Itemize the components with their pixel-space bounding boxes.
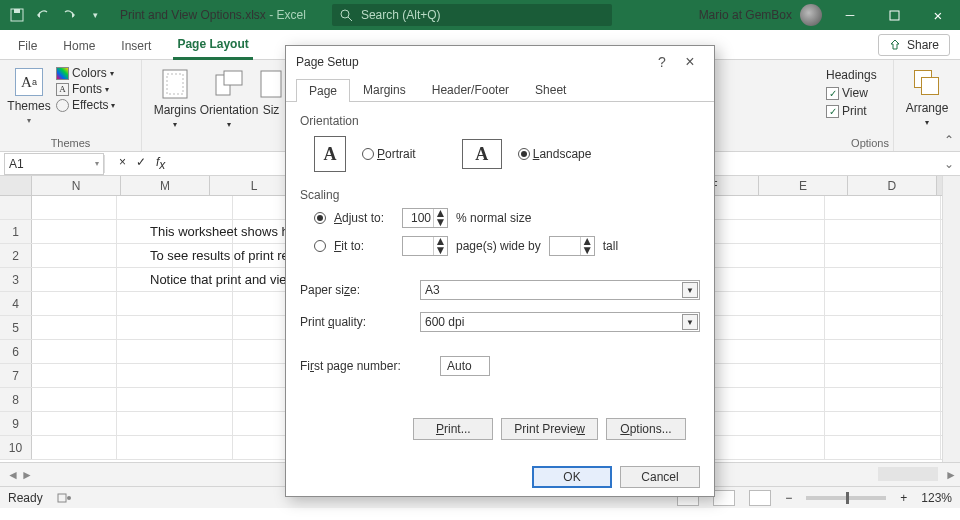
name-box[interactable]: A1▾ [4,153,104,175]
cancel-formula-icon[interactable]: × [119,155,126,172]
dialog-tab-header-footer[interactable]: Header/Footer [419,78,522,101]
row-header[interactable]: 7 [0,364,32,387]
redo-icon[interactable] [56,0,82,30]
col-header[interactable]: E [759,176,848,195]
colors-icon [56,67,69,80]
dialog-tab-page[interactable]: Page [296,79,350,102]
themes-button[interactable]: Aa Themes ▾ [6,64,52,125]
sheet-scroll-right[interactable]: ► [942,466,960,484]
tab-page-layout[interactable]: Page Layout [173,31,252,60]
save-icon[interactable] [4,0,30,30]
col-header[interactable]: M [121,176,210,195]
landscape-icon: A [462,139,502,169]
undo-icon[interactable] [30,0,56,30]
dialog-tab-sheet[interactable]: Sheet [522,78,579,101]
arrange-button[interactable]: Arrange▾ [900,64,954,127]
row-header[interactable]: 4 [0,292,32,315]
search-box[interactable]: Search (Alt+Q) [332,4,612,26]
zoom-out-button[interactable]: − [785,491,792,505]
portrait-radio[interactable]: Portrait [362,147,416,161]
close-button[interactable]: × [916,0,960,30]
spinner-buttons[interactable]: ▲▼ [433,209,447,227]
row-header[interactable]: 2 [0,244,32,267]
print-preview-button[interactable]: Print Preview [501,418,598,440]
effects-button[interactable]: Effects▾ [56,98,115,112]
print-button[interactable]: Print... [413,418,493,440]
tab-file[interactable]: File [14,33,41,59]
expand-formula-icon[interactable]: ⌄ [944,157,954,171]
col-header[interactable]: D [848,176,937,195]
chevron-down-icon: ▼ [682,314,698,330]
zoom-slider[interactable] [806,496,886,500]
macro-record-icon[interactable] [57,492,71,504]
ok-button[interactable]: OK [532,466,612,488]
tab-home[interactable]: Home [59,33,99,59]
svg-rect-10 [58,494,66,502]
sheet-nav-next[interactable]: ► [18,466,36,484]
fit-to-radio[interactable] [314,240,326,252]
zoom-level[interactable]: 123% [921,491,952,505]
select-all-corner[interactable] [0,176,32,195]
row-header[interactable]: 3 [0,268,32,291]
orientation-button[interactable]: Orientation▾ [202,64,256,129]
fit-wide-input[interactable] [403,239,433,253]
row-header[interactable]: 6 [0,340,32,363]
print-quality-select[interactable]: 600 dpi▼ [420,312,700,332]
account-area[interactable]: Mario at GemBox [699,4,822,26]
dialog-close-button[interactable]: × [676,53,704,71]
maximize-button[interactable] [872,0,916,30]
fit-to-label: Fit to: [334,239,394,253]
qat-more-icon[interactable]: ▾ [82,0,108,30]
search-icon [340,9,353,22]
options-button[interactable]: Options... [606,418,686,440]
dialog-tab-margins[interactable]: Margins [350,78,419,101]
cancel-button[interactable]: Cancel [620,466,700,488]
colors-button[interactable]: Colors▾ [56,66,115,80]
zoom-in-button[interactable]: + [900,491,907,505]
tab-insert[interactable]: Insert [117,33,155,59]
search-placeholder: Search (Alt+Q) [361,8,441,22]
themes-label: Themes [7,99,50,113]
margins-icon [159,68,191,100]
row-header[interactable]: 8 [0,388,32,411]
dialog-tabs: Page Margins Header/Footer Sheet [286,78,714,102]
page-layout-view-button[interactable] [713,490,735,506]
print-quality-label: Print quality: [300,315,410,329]
fx-icon[interactable]: fx [156,155,165,172]
minimize-button[interactable]: ─ [828,0,872,30]
fonts-icon: A [56,83,69,96]
first-page-input[interactable]: Auto [440,356,490,376]
horizontal-scrollbar[interactable] [878,467,938,481]
row-header[interactable]: 5 [0,316,32,339]
headings-view-checkbox[interactable]: ✓View [826,86,877,100]
fit-tall-spinner[interactable]: ▲▼ [549,236,595,256]
fit-tall-input[interactable] [550,239,580,253]
effects-icon [56,99,69,112]
paper-size-select[interactable]: A3▼ [420,280,700,300]
share-button[interactable]: Share [878,34,950,56]
dialog-help-button[interactable]: ? [648,54,676,70]
col-header[interactable]: N [32,176,121,195]
row-header[interactable]: 1 [0,220,32,243]
enter-formula-icon[interactable]: ✓ [136,155,146,172]
collapse-ribbon-icon[interactable]: ⌃ [944,133,954,147]
row-header[interactable]: 9 [0,412,32,435]
page-break-view-button[interactable] [749,490,771,506]
vertical-scrollbar[interactable] [942,176,960,462]
fit-wide-spinner[interactable]: ▲▼ [402,236,448,256]
size-button[interactable]: Siz [256,64,286,117]
fonts-button[interactable]: AFonts▾ [56,82,115,96]
landscape-radio[interactable]: Landscape [518,147,592,161]
page-setup-dialog: Page Setup ? × Page Margins Header/Foote… [285,45,715,497]
margins-button[interactable]: Margins▾ [148,64,202,129]
row-header[interactable] [0,196,32,219]
headings-print-checkbox[interactable]: ✓Print [826,104,877,118]
status-ready: Ready [8,491,43,505]
adjust-to-spinner[interactable]: ▲▼ [402,208,448,228]
row-header[interactable]: 10 [0,436,32,459]
portrait-icon: A [314,136,346,172]
adjust-to-input[interactable] [403,211,433,225]
adjust-to-radio[interactable] [314,212,326,224]
scaling-section-label: Scaling [300,188,700,202]
svg-rect-1 [14,9,20,13]
